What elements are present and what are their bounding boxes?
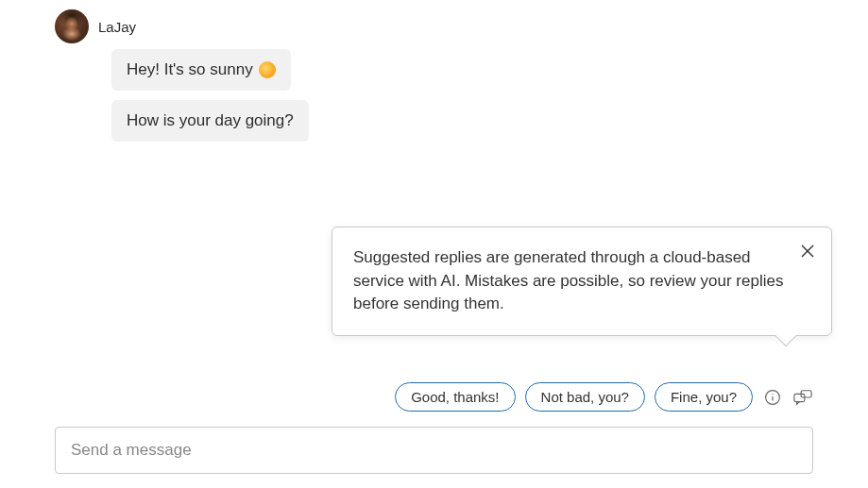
suggested-replies-row: Good, thanks! Not bad, you? Fine, you? [0,382,868,412]
compose-row [55,427,813,474]
info-button[interactable] [762,387,783,408]
message-input[interactable] [55,427,813,474]
contact-name: LaJay [98,19,136,35]
suggested-reply-button[interactable]: Not bad, you? [525,382,645,412]
tooltip-text: Suggested replies are generated through … [353,248,783,312]
message-list: Hey! It's so sunny How is your day going… [111,49,813,142]
chat-bubbles-icon [793,389,812,406]
info-icon [764,389,781,406]
suggested-replies-tooltip: Suggested replies are generated through … [332,227,832,336]
suggested-reply-button[interactable]: Fine, you? [655,382,753,412]
tooltip-tail [775,326,797,347]
svg-point-4 [772,393,773,394]
message-bubble: Hey! It's so sunny [111,49,291,91]
suggested-reply-button[interactable]: Good, thanks! [395,382,515,412]
tooltip-close-button[interactable] [797,241,818,261]
suggestions-toggle-button[interactable] [792,387,813,408]
contact-header: LaJay [55,9,813,43]
sun-icon [259,61,276,78]
avatar[interactable] [55,9,89,43]
chat-area: LaJay Hey! It's so sunny How is your day… [0,0,868,151]
message-text: Hey! It's so sunny [127,60,253,79]
message-text: How is your day going? [127,111,294,130]
message-bubble: How is your day going? [111,100,309,142]
close-icon [801,244,814,258]
